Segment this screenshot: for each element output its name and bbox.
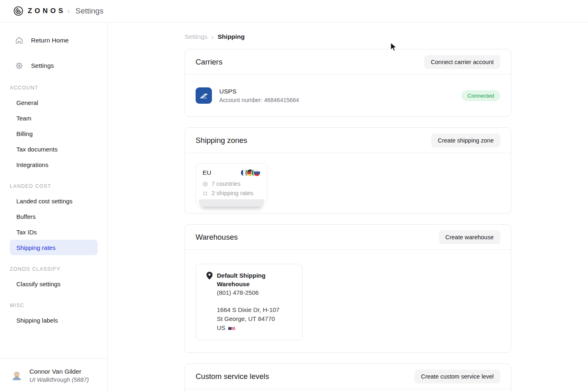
sidebar-item-landed-cost-settings[interactable]: Landed cost settings xyxy=(10,193,98,209)
zonos-logo[interactable]: ZONOS xyxy=(13,6,66,16)
zone-name: EU xyxy=(203,169,212,176)
sidebar-item-tax-ids[interactable]: Tax IDs xyxy=(10,224,98,240)
sidebar-item-return-home[interactable]: Return Home xyxy=(10,32,98,49)
chevron-right-icon: › xyxy=(212,33,214,40)
warehouses-card: Warehouses Create warehouse Default Ship… xyxy=(185,224,511,353)
sidebar-item-tax-documents[interactable]: Tax documents xyxy=(10,141,98,157)
zone-card-stack xyxy=(199,199,264,207)
sidebar-item-shipping-labels[interactable]: Shipping labels xyxy=(10,312,98,328)
warehouse-card-default[interactable]: Default Shipping Warehouse (801) 478-250… xyxy=(196,264,303,340)
zonos-spiral-icon xyxy=(13,6,24,16)
sidebar-section-zonos-classify: ZONOS CLASSIFY Classify settings xyxy=(10,266,98,292)
custom-service-levels-title: Custom service levels xyxy=(196,372,269,381)
brand-name: ZONOS xyxy=(28,7,66,15)
status-badge-connected: Connected xyxy=(461,90,500,101)
warehouse-country: US xyxy=(217,323,225,332)
sidebar-section-account: ACCOUNT General Team Billing Tax documen… xyxy=(10,85,98,172)
grid-dots-icon xyxy=(203,191,208,196)
zone-countries: 7 countries xyxy=(212,180,241,188)
sidebar-item-classify-settings[interactable]: Classify settings xyxy=(10,276,98,292)
shipping-zones-title: Shipping zones xyxy=(196,136,247,145)
zone-flags xyxy=(241,169,261,176)
sidebar-item-general[interactable]: General xyxy=(10,95,98,110)
sidebar-section-misc: MISC Shipping labels xyxy=(10,303,98,328)
sidebar-section-landed-cost: LANDED COST Landed cost settings Buffers… xyxy=(10,183,98,255)
section-label: ZONOS CLASSIFY xyxy=(10,266,98,272)
avatar xyxy=(11,369,23,381)
chevron-right-icon: › xyxy=(67,7,70,16)
home-icon xyxy=(15,36,24,45)
create-warehouse-button[interactable]: Create warehouse xyxy=(439,230,501,244)
topbar-breadcrumb: Settings xyxy=(76,7,104,16)
sidebar-item-label: Settings xyxy=(31,62,54,69)
sidebar-item-shipping-rates[interactable]: Shipping rates xyxy=(10,240,98,255)
warehouse-phone: (801) 478-2506 xyxy=(217,288,295,297)
user-menu[interactable]: Connor Van Gilder UI Walkthrough (5887) xyxy=(0,358,107,392)
create-custom-service-level-button[interactable]: Create custom service level xyxy=(414,370,500,383)
custom-service-levels-card: Custom service levels Create custom serv… xyxy=(185,363,511,392)
sidebar-item-label: Return Home xyxy=(31,37,69,44)
section-label: LANDED COST xyxy=(10,183,98,189)
shipping-zones-card: Shipping zones Create shipping zone EU xyxy=(185,127,511,214)
carrier-account-number: Account number: 46846415684 xyxy=(219,97,299,103)
us-flag-icon xyxy=(228,325,235,330)
tricolor-flag-icon xyxy=(254,169,260,176)
breadcrumb-shipping: Shipping xyxy=(218,33,245,40)
sidebar-item-integrations[interactable]: Integrations xyxy=(10,157,98,172)
user-org: UI Walkthrough (5887) xyxy=(29,376,89,383)
warehouse-address-2: St George, UT 84770 xyxy=(217,314,295,323)
breadcrumb-settings[interactable]: Settings xyxy=(185,33,207,40)
create-shipping-zone-button[interactable]: Create shipping zone xyxy=(431,134,500,147)
sidebar-item-team[interactable]: Team xyxy=(10,110,98,126)
sidebar: Return Home Settings ACCOUNT General Tea… xyxy=(0,22,108,392)
sidebar-item-buffers[interactable]: Buffers xyxy=(10,209,98,224)
gear-icon xyxy=(15,61,24,70)
top-bar: ZONOS › Settings xyxy=(0,0,588,22)
sidebar-item-billing[interactable]: Billing xyxy=(10,126,98,141)
user-name: Connor Van Gilder xyxy=(29,368,89,375)
location-pin-icon xyxy=(205,271,214,280)
zone-card-eu[interactable]: EU xyxy=(196,163,267,204)
sidebar-item-settings[interactable]: Settings xyxy=(10,58,98,74)
connect-carrier-button[interactable]: Connect carrier account xyxy=(424,55,500,69)
warehouses-title: Warehouses xyxy=(196,233,238,242)
main-content: Settings › Shipping Carriers Connect car… xyxy=(108,22,588,392)
breadcrumb: Settings › Shipping xyxy=(185,33,511,40)
carrier-row-usps[interactable]: USPS Account number: 46846415684 Connect… xyxy=(185,75,511,116)
section-label: MISC xyxy=(10,303,98,308)
carriers-card: Carriers Connect carrier account USPS Ac… xyxy=(185,49,511,117)
carrier-name: USPS xyxy=(219,88,299,95)
warehouse-name: Default Shipping Warehouse xyxy=(217,271,295,288)
target-icon xyxy=(203,181,208,187)
carriers-title: Carriers xyxy=(196,58,223,67)
usps-logo-icon xyxy=(196,87,212,104)
warehouse-address-1: 1664 S Dixie Dr, H-107 xyxy=(217,305,295,314)
section-label: ACCOUNT xyxy=(10,85,98,91)
zone-rates: 2 shipping rates xyxy=(212,189,253,198)
